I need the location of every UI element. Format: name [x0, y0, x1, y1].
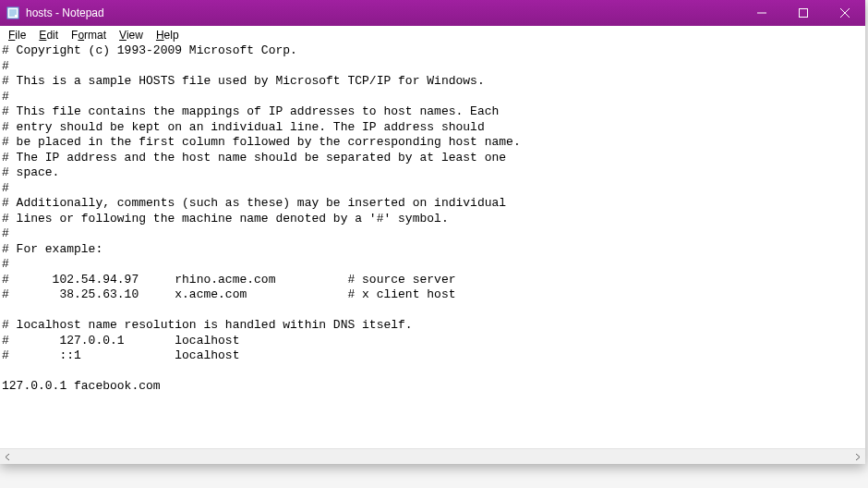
menu-file[interactable]: File [2, 28, 32, 43]
text-editor[interactable]: # Copyright (c) 1993-2009 Microsoft Corp… [0, 43, 865, 448]
scroll-left-arrow[interactable] [0, 449, 16, 465]
menu-help[interactable]: Help [150, 28, 186, 43]
horizontal-scrollbar[interactable] [0, 448, 865, 464]
window-controls [741, 0, 865, 26]
menu-format[interactable]: Format [65, 28, 113, 43]
minimize-button[interactable] [741, 0, 782, 26]
scroll-track[interactable] [16, 449, 850, 464]
menubar: File Edit Format View Help [0, 26, 865, 43]
close-button[interactable] [824, 0, 865, 26]
menu-edit[interactable]: Edit [32, 28, 65, 43]
svg-rect-0 [7, 7, 18, 18]
notepad-icon [6, 6, 20, 20]
svg-rect-6 [799, 9, 807, 18]
window-title: hosts - Notepad [26, 6, 741, 19]
scroll-right-arrow[interactable] [850, 449, 865, 465]
titlebar[interactable]: hosts - Notepad [0, 0, 865, 26]
maximize-button[interactable] [782, 0, 824, 26]
menu-view[interactable]: View [113, 28, 150, 43]
notepad-window: hosts - Notepad File Edit Format View He… [0, 0, 865, 464]
